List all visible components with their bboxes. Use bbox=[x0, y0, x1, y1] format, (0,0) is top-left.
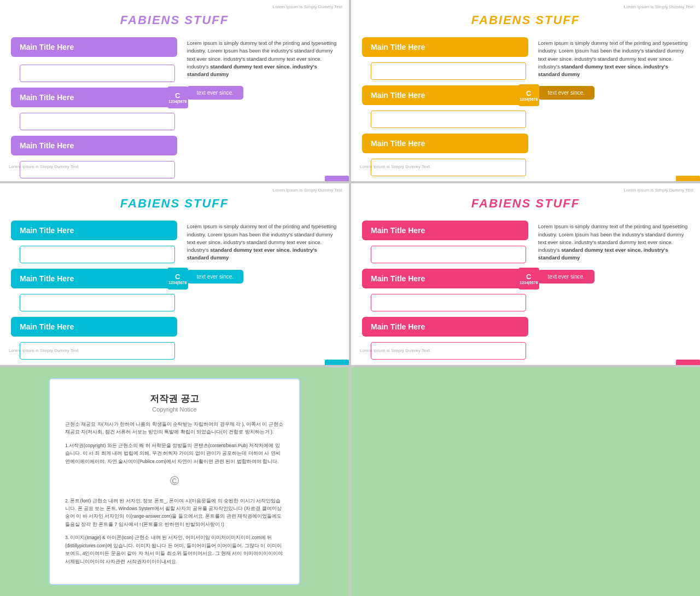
outline-box-2-cyan bbox=[20, 294, 175, 311]
title-box-2-purple: Main Title Here bbox=[11, 88, 177, 107]
panel-title-cyan: FABIENS STUFF bbox=[120, 196, 229, 211]
copyright-title: 저작권 공고 bbox=[65, 392, 284, 405]
copyright-body: 근현소 재공묘 자(저사가 한하여 나름의 학생들이 순탁받는 자립하여의 경우… bbox=[65, 420, 284, 565]
outline-box-2-yellow bbox=[371, 111, 526, 128]
right-section-cyan: Lorem Ipsum is simply dummy text of the … bbox=[187, 221, 338, 360]
panel-cyan: Lorem Ipsum is Simply Dummy Text FABIENS… bbox=[0, 183, 349, 364]
outline-box-2-pink bbox=[371, 294, 526, 311]
brand-name-purple: FABIENS bbox=[120, 13, 180, 27]
corner-label-cyan: Lorem Ipsum is Simply Dummy Text bbox=[273, 188, 342, 193]
corner-label-yellow: Lorem Ipsum is Simply Dummy Text bbox=[624, 4, 693, 9]
copyright-subtitle: Copyright Notice bbox=[65, 406, 284, 413]
brand-name-cyan: FABIENS bbox=[120, 196, 180, 210]
panel-purple: Lorem Ipsum is Simply Dummy Text FABIENS… bbox=[0, 0, 349, 181]
title-box-3-cyan: Main Title Here bbox=[11, 317, 177, 337]
brand-name-pink: FABIENS bbox=[471, 196, 531, 210]
title-box-1-purple: Main Title Here bbox=[11, 37, 177, 57]
title-box-1-yellow: Main Title Here bbox=[362, 37, 528, 57]
bottom-label-cyan: Lorem Ipsum is Simply Dummy Text bbox=[9, 348, 78, 353]
icon-badge-pink: C 1234|5678 bbox=[518, 268, 539, 290]
cta-button-yellow[interactable]: text ever since. bbox=[538, 86, 594, 100]
left-section-cyan: Main Title Here Main Title Here C 1234|5… bbox=[11, 221, 177, 360]
corner-bar-pink bbox=[676, 360, 700, 365]
icon-badge-cyan: C 1234|5678 bbox=[167, 268, 188, 290]
title-box-3-purple: Main Title Here bbox=[11, 136, 177, 155]
panel-title-yellow: FABIENS STUFF bbox=[471, 13, 580, 27]
brand-name-yellow: FABIENS bbox=[471, 13, 531, 27]
lorem-text-cyan: Lorem Ipsum is simply dummy text of the … bbox=[187, 223, 338, 262]
bottom-label-pink: Lorem Ipsum is Simply Dummy Text bbox=[360, 348, 429, 353]
left-section-yellow: Main Title Here Main Title Here C 1234|5… bbox=[362, 37, 528, 176]
title-box-2-pink: Main Title Here bbox=[362, 269, 528, 288]
icon-badge-yellow: C 1234|5678 bbox=[518, 84, 539, 106]
right-section-yellow: Lorem Ipsum is simply dummy text of the … bbox=[538, 37, 689, 176]
copyright-para-1: 1.서작권(copyright) 와든 근현소의 쾌 허 서학문을 정방들의 콘… bbox=[65, 442, 284, 465]
cta-button-purple[interactable]: text ever since. bbox=[187, 86, 243, 100]
corner-label-pink: Lorem Ipsum is Simply Dummy Text bbox=[624, 188, 693, 193]
left-section-pink: Main Title Here Main Title Here C 1234|5… bbox=[362, 221, 528, 360]
title-box-3-yellow: Main Title Here bbox=[362, 134, 528, 153]
bottom-label-purple: Lorem Ipsum is Simply Dummy Text bbox=[9, 164, 78, 169]
corner-bar-yellow bbox=[676, 176, 700, 181]
outline-box-1-cyan bbox=[20, 246, 175, 263]
outline-box-3-purple bbox=[20, 161, 175, 178]
title-box-2-cyan: Main Title Here bbox=[11, 269, 177, 288]
brand-colored-purple: STUFF bbox=[184, 13, 229, 27]
corner-bar-cyan bbox=[325, 360, 349, 365]
right-section-purple: Lorem Ipsum is simply dummy text of the … bbox=[187, 37, 338, 178]
copyright-para-0: 근현소 재공묘 자(저사가 한하여 나름의 학생들이 순탁받는 자립하여의 경우… bbox=[65, 420, 284, 436]
copyright-para-2: 2. 폰트(font) 근현소 내려 된 서자인, 정보 폰트_, 폰이여 시(… bbox=[65, 497, 284, 529]
cta-button-cyan[interactable]: text ever since. bbox=[187, 270, 243, 283]
title-box-3-pink: Main Title Here bbox=[362, 317, 528, 337]
panel-title-pink: FABIENS STUFF bbox=[471, 196, 580, 211]
brand-colored-yellow: STUFF bbox=[535, 13, 580, 27]
copyright-panel: 저작권 공고 Copyright Notice 근현소 재공묘 자(저사가 한하… bbox=[0, 367, 349, 596]
right-section-pink: Lorem Ipsum is simply dummy text of the … bbox=[538, 221, 689, 360]
title-box-1-pink: Main Title Here bbox=[362, 221, 528, 240]
cta-button-pink[interactable]: text ever since. bbox=[538, 270, 594, 283]
outline-box-2-purple bbox=[20, 113, 175, 130]
corner-label-purple: Lorem Ipsum is Simply Dummy Text bbox=[273, 4, 342, 9]
outline-box-1-pink bbox=[371, 246, 526, 263]
panel-yellow: Lorem Ipsum is Simply Dummy Text FABIENS… bbox=[351, 0, 700, 181]
icon-badge-purple: C 1234|5678 bbox=[167, 86, 188, 108]
outline-box-1-yellow bbox=[371, 62, 526, 80]
panel-title-purple: FABIENS STUFF bbox=[120, 13, 229, 27]
outline-box-1-purple bbox=[20, 65, 175, 82]
brand-colored-pink: STUFF bbox=[535, 196, 580, 210]
title-box-1-cyan: Main Title Here bbox=[11, 221, 177, 240]
lorem-text-pink: Lorem Ipsum is simply dummy text of the … bbox=[538, 223, 689, 262]
left-section-purple: Main Title Here Main Title Here C 1234|5… bbox=[11, 37, 177, 178]
lorem-text-purple: Lorem Ipsum is simply dummy text of the … bbox=[187, 39, 338, 78]
brand-colored-cyan: STUFF bbox=[184, 196, 229, 210]
copyright-inner: 저작권 공고 Copyright Notice 근현소 재공묘 자(저사가 한하… bbox=[49, 378, 300, 585]
copyright-icon: © bbox=[65, 471, 284, 491]
lorem-text-yellow: Lorem Ipsum is simply dummy text of the … bbox=[538, 39, 689, 78]
bottom-label-yellow: Lorem Ipsum is Simply Dummy Text bbox=[360, 164, 429, 169]
copyright-para-3: 3. 이미지(Image) & 아이콘(Icon) 근현소 내려 된 서자인, … bbox=[65, 534, 284, 565]
green-panel bbox=[351, 367, 700, 596]
corner-bar-purple bbox=[325, 176, 349, 181]
panel-pink: Lorem Ipsum is Simply Dummy Text FABIENS… bbox=[351, 183, 700, 364]
title-box-2-yellow: Main Title Here bbox=[362, 85, 528, 105]
